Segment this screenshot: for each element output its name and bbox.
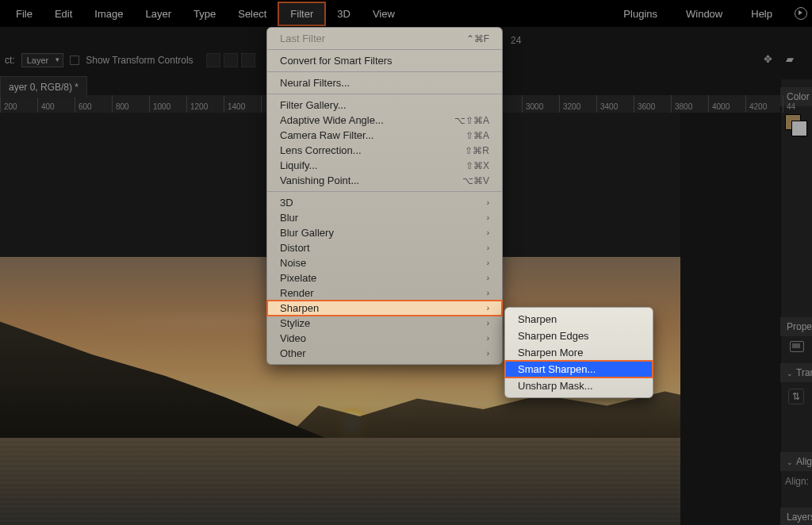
menuitem-label: Lens Correction... (280, 144, 465, 156)
menuitem-label: Video (280, 332, 487, 344)
menu-separator (267, 71, 502, 72)
menuitem-sharpen[interactable]: Sharpen› (267, 301, 502, 316)
menuitem-label: Adaptive Wide Angle... (280, 114, 454, 126)
chevron-right-icon: › (487, 198, 489, 207)
menuitem-other[interactable]: Other› (267, 346, 502, 361)
menuitem-label: 3D (280, 197, 487, 209)
menuitem-shortcut: ⌃⌘F (466, 33, 489, 44)
menuitem-vanishing-point[interactable]: Vanishing Point...⌥⌘V (267, 173, 502, 188)
menuitem-shortcut: ⇧⌘A (465, 130, 489, 141)
menu-separator (267, 94, 502, 94)
menuitem-label: Blur Gallery (280, 227, 487, 239)
menuitem-label: Liquify... (280, 159, 465, 171)
submenu-sharpen-more[interactable]: Sharpen More (505, 344, 653, 361)
menuitem-label: Other (280, 347, 487, 359)
menuitem-shortcut: ⌥⇧⌘A (454, 115, 489, 126)
menuitem-liquify[interactable]: Liquify...⇧⌘X (267, 158, 502, 173)
sharpen-submenu: Sharpen Sharpen Edges Sharpen More Smart… (504, 307, 653, 398)
menuitem-shortcut: ⇧⌘X (465, 160, 489, 171)
chevron-right-icon: › (487, 274, 489, 282)
chevron-right-icon: › (487, 334, 489, 343)
chevron-right-icon: › (487, 349, 489, 358)
menuitem-neural-filters[interactable]: Neural Filters... (267, 75, 502, 90)
menuitem-pixelate[interactable]: Pixelate› (267, 270, 502, 285)
menuitem-adaptive-wide-angle[interactable]: Adaptive Wide Angle...⌥⇧⌘A (267, 113, 502, 128)
menuitem-distort[interactable]: Distort› (267, 240, 502, 255)
menuitem-label: Sharpen (280, 302, 487, 314)
menuitem-label: Neural Filters... (280, 77, 489, 89)
menuitem-label: Camera Raw Filter... (280, 129, 465, 141)
menuitem-label: Stylize (280, 317, 487, 329)
menuitem-label: Render (280, 287, 487, 299)
menuitem-label: Last Filter (280, 33, 466, 44)
submenu-sharpen[interactable]: Sharpen (505, 311, 653, 328)
menuitem-camera-raw-filter[interactable]: Camera Raw Filter...⇧⌘A (267, 128, 502, 143)
chevron-right-icon: › (487, 243, 489, 252)
menuitem-3d[interactable]: 3D› (267, 195, 502, 210)
menuitem-filter-gallery[interactable]: Filter Gallery... (267, 98, 502, 113)
menuitem-label: Filter Gallery... (280, 99, 489, 111)
chevron-right-icon: › (487, 319, 489, 328)
menuitem-shortcut: ⇧⌘R (465, 145, 489, 156)
menu-separator (267, 49, 502, 50)
chevron-right-icon: › (487, 289, 489, 297)
submenu-unsharp-mask[interactable]: Unsharp Mask... (505, 377, 653, 394)
menuitem-lens-correction[interactable]: Lens Correction...⇧⌘R (267, 143, 502, 158)
menuitem-label: Convert for Smart Filters (280, 55, 489, 67)
chevron-right-icon: › (487, 304, 489, 312)
menuitem-convert-smart[interactable]: Convert for Smart Filters (267, 53, 502, 68)
menuitem-stylize[interactable]: Stylize› (267, 316, 502, 331)
menuitem-label: Blur (280, 212, 487, 224)
menuitem-last-filter: Last Filter ⌃⌘F (267, 31, 502, 46)
submenu-smart-sharpen[interactable]: Smart Sharpen... (505, 361, 653, 377)
submenu-sharpen-edges[interactable]: Sharpen Edges (505, 328, 653, 344)
menu-separator (267, 191, 502, 192)
menuitem-label: Pixelate (280, 272, 487, 284)
menuitem-noise[interactable]: Noise› (267, 255, 502, 270)
menuitem-blur[interactable]: Blur› (267, 210, 502, 225)
menuitem-label: Vanishing Point... (280, 174, 462, 186)
menuitem-render[interactable]: Render› (267, 285, 502, 301)
chevron-right-icon: › (487, 259, 489, 267)
menuitem-label: Noise (280, 257, 487, 269)
chevron-right-icon: › (487, 228, 489, 237)
menuitem-label: Distort (280, 242, 487, 254)
menuitem-shortcut: ⌥⌘V (462, 175, 489, 186)
menuitem-blur-gallery[interactable]: Blur Gallery› (267, 225, 502, 240)
menuitem-video[interactable]: Video› (267, 331, 502, 346)
chevron-right-icon: › (487, 213, 489, 222)
filter-dropdown: Last Filter ⌃⌘F Convert for Smart Filter… (266, 27, 503, 365)
